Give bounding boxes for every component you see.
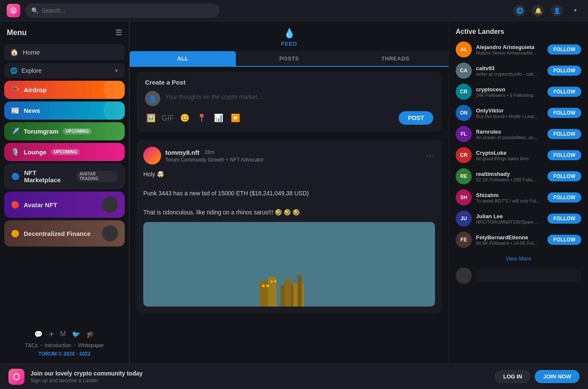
lander-info: Julian Lee NPC/TORUMNATOR/Spam ... <box>476 213 543 225</box>
lander-desc: 52.1K Followers • 289 Follo... <box>476 177 543 182</box>
location-toolbar-icon[interactable]: 📍 <box>196 112 208 124</box>
graduation-icon[interactable]: 🎓 <box>86 330 95 338</box>
lander-desc: Buy the blood • Hodle • Lear... <box>476 114 543 119</box>
view-more-button[interactable]: View More <box>456 253 581 264</box>
tab-posts[interactable]: POSTS <box>236 51 342 66</box>
torumgram-label: Torumgram <box>24 128 58 135</box>
lander-item: ON OnlyViktor Buy the blood • Hodle • Le… <box>456 105 581 121</box>
telegram-icon[interactable]: ✈ <box>49 330 54 338</box>
sidebar-item-avatar-nft[interactable]: 🔴 Avatar NFT <box>4 192 125 218</box>
lander-name: Julian Lee <box>476 213 543 219</box>
avatar-trading-badge: AVATAR TRADING <box>77 171 118 182</box>
search-input[interactable] <box>42 7 214 14</box>
post-line2: Punk 3443 has a new bid of 15000 ETH ($1… <box>143 189 435 198</box>
sidebar-item-lounge[interactable]: 🎙️ Lounge UPCOMING <box>4 143 125 161</box>
follow-button[interactable]: FOLLOW <box>547 171 581 181</box>
menu-collapse-icon[interactable]: ☰ <box>115 28 122 37</box>
lander-avatar: CR <box>456 84 472 100</box>
post-content: Holy 🤯 Punk 3443 has a new bid of 15000 … <box>143 170 435 217</box>
follow-button[interactable]: FOLLOW <box>547 192 581 203</box>
sidebar-footer: 💬 ✈ M 🐦 🎓 T&Cs • Introduction • Whitepap… <box>4 323 125 357</box>
lander-item: FL flarnrules An ocean of possibilities,… <box>456 126 581 142</box>
lander-name: flarnrules <box>476 129 543 135</box>
torum-logo[interactable] <box>7 4 20 17</box>
lander-info: flarnrules An ocean of possibilities, on… <box>476 129 543 140</box>
intro-link[interactable]: Introduction <box>44 342 71 348</box>
nft-marketplace-label: NFT Marketplace <box>24 169 72 184</box>
lander-desc: NPC/TORUMNATOR/Spam ... <box>476 219 543 225</box>
chart-toolbar-icon[interactable]: 📊 <box>213 112 224 124</box>
follow-button[interactable]: FOLLOW <box>547 150 581 160</box>
play-toolbar-icon[interactable]: ▶️ <box>230 112 241 124</box>
post-placeholder[interactable]: Your thoughts on the crypto market... <box>165 91 433 100</box>
follow-button[interactable]: FOLLOW <box>547 235 581 245</box>
sidebar-item-explore[interactable]: 🌐 Explore ▼ <box>4 63 125 78</box>
search-bar[interactable]: 🔍 <box>25 3 220 18</box>
avatar-nft-label: Avatar NFT <box>24 201 57 208</box>
discord-icon[interactable]: 💬 <box>34 330 43 338</box>
feed-tabs: ALL POSTS THREADS <box>130 51 449 66</box>
follow-button[interactable]: FOLLOW <box>547 129 581 139</box>
tcs-link[interactable]: T&Cs <box>25 342 38 348</box>
airdrop-label: Airdrop <box>24 86 46 93</box>
topnav: 🔍 🌐 🔔 👤 ▼ <box>0 0 588 21</box>
tab-all[interactable]: ALL <box>130 51 236 66</box>
user-avatar-icon[interactable]: 👤 <box>551 5 563 16</box>
sidebar-item-defi[interactable]: 🟠 Decentralized Finance <box>4 220 125 247</box>
torumgram-icon: ✈️ <box>11 127 19 135</box>
lander-info: realtimshady 52.1K Followers • 289 Follo… <box>476 171 543 182</box>
lander-info: FetyBernardEtienne 89.8K Followers • 14.… <box>476 234 543 246</box>
lander-name: Alejandro Aristeguieta <box>476 44 543 50</box>
gif-toolbar-icon[interactable]: GIF <box>162 112 174 124</box>
medium-icon[interactable]: M <box>60 330 66 338</box>
bell-icon[interactable]: 🔔 <box>532 5 544 16</box>
home-icon: 🏠 <box>10 48 19 56</box>
torumgram-badge: UPCOMING <box>63 128 92 134</box>
bottom-subtitle: Sign up and become a Lander <box>30 378 489 384</box>
avatar-nft-icon: 🔴 <box>11 201 19 209</box>
post-role: Torum Community Growth + NFT Advocator <box>165 157 264 163</box>
feed-title: FEED <box>281 41 298 47</box>
lander-name: cryptocevo <box>476 86 543 93</box>
post-more-icon[interactable]: ··· <box>426 151 435 160</box>
translate-icon[interactable]: 🌐 <box>514 5 525 16</box>
lander-item: FE FetyBernardEtienne 89.8K Followers • … <box>456 232 581 248</box>
follow-button[interactable]: FOLLOW <box>547 87 581 97</box>
sidebar-item-home[interactable]: 🏠 Home <box>4 44 125 60</box>
follow-button[interactable]: FOLLOW <box>547 214 581 224</box>
svg-rect-7 <box>266 285 269 287</box>
sidebar-item-nft-marketplace[interactable]: 🔵 NFT Marketplace AVATAR TRADING <box>4 164 125 189</box>
follow-button[interactable]: FOLLOW <box>547 44 581 55</box>
login-button[interactable]: LOG IN <box>495 370 531 383</box>
lounge-icon: 🎙️ <box>11 148 19 156</box>
post-username: tommy8.nft <box>165 149 200 156</box>
sidebar-item-news[interactable]: 📰 News <box>4 101 125 120</box>
whitepaper-link[interactable]: Whitepaper <box>78 342 104 348</box>
create-post-section: Create a Post 👤 Your thoughts on the cry… <box>137 72 442 131</box>
lander-desc: All good things takes time <box>476 156 543 161</box>
lander-item: AL Alejandro Aristeguieta Nutbox Senior … <box>456 41 581 58</box>
lander-name: realtimshady <box>476 171 543 177</box>
join-button[interactable]: JOIN NOW <box>535 370 580 383</box>
follow-button[interactable]: FOLLOW <box>547 66 581 76</box>
bottom-bar: Join our lovely crypto community today S… <box>0 364 588 389</box>
lander-desc: writer at cryptocity.info - calt... <box>476 71 543 77</box>
post-avatar <box>143 147 161 164</box>
lander-avatar: FE <box>456 232 472 248</box>
post-author-avatar: 👤 <box>145 91 160 106</box>
home-label: Home <box>23 49 40 56</box>
twitter-icon[interactable]: 🐦 <box>72 330 80 338</box>
lander-avatar: RE <box>456 168 472 184</box>
lander-item: RE realtimshady 52.1K Followers • 289 Fo… <box>456 168 581 184</box>
sidebar-item-airdrop[interactable]: 🪂 Airdrop <box>4 81 125 99</box>
follow-button[interactable]: FOLLOW <box>547 108 581 118</box>
chevron-down-icon[interactable]: ▼ <box>569 5 581 16</box>
lander-info: cryptocevo 24K Followers • 5 Following <box>476 86 543 98</box>
tab-threads[interactable]: THREADS <box>342 51 449 66</box>
image-toolbar-icon[interactable]: 🖼️ <box>145 112 157 124</box>
svg-rect-8 <box>271 280 273 282</box>
post-button[interactable]: POST <box>399 111 433 125</box>
emoji-toolbar-icon[interactable]: 😊 <box>179 112 191 124</box>
news-icon: 📰 <box>11 107 19 115</box>
sidebar-item-torumgram[interactable]: ✈️ Torumgram UPCOMING <box>4 122 125 140</box>
